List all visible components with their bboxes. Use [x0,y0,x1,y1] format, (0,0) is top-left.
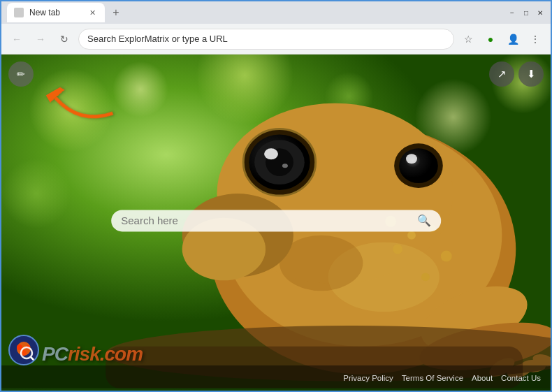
svg-point-32 [407,231,416,240]
search-input[interactable] [121,215,412,226]
search-icon: 🔍 [417,215,431,226]
contact-us-link[interactable]: Contact Us [501,374,541,382]
browser-window: New tab ✕ + − □ ✕ ← → ↻ ☆ ● 👤 ⋮ [0,0,552,392]
svg-point-33 [393,245,402,254]
bookmark-icon[interactable]: ☆ [458,29,478,49]
url-input[interactable] [87,34,445,44]
svg-point-17 [264,148,278,159]
address-bar: ← → ↻ ☆ ● 👤 ⋮ [1,24,551,55]
window-controls: − □ ✕ [507,8,545,17]
title-bar: New tab ✕ + − □ ✕ [1,1,551,24]
share-button[interactable]: ↗ [489,61,514,87]
search-submit-button[interactable]: 🔍 [417,214,431,227]
back-button[interactable]: ← [7,29,27,49]
pcrisk-text: PCrisk.com [42,343,143,365]
footer: Privacy Policy Terms Of Service About Co… [1,365,551,391]
profile-icon[interactable]: 👤 [503,29,523,49]
new-tab-button[interactable]: + [108,4,124,21]
customize-button[interactable]: ✏ [8,61,34,87]
top-right-buttons: ↗ ⬇ [489,61,544,87]
url-bar[interactable] [78,29,454,50]
about-link[interactable]: About [472,374,493,382]
svg-point-18 [282,164,288,168]
pcrisk-logo: PCrisk.com [8,335,143,365]
terms-of-service-link[interactable]: Terms Of Service [402,374,463,382]
svg-line-46 [31,357,35,361]
forward-button[interactable]: → [31,29,50,49]
tab-label: New tab [29,8,60,17]
maximize-button[interactable]: □ [521,8,531,17]
close-window-button[interactable]: ✕ [535,8,545,17]
svg-point-22 [406,154,417,164]
svg-point-21 [399,148,438,183]
save-button[interactable]: ⬇ [518,61,544,87]
search-container: 🔍 [111,210,441,231]
minimize-button[interactable]: − [507,8,517,17]
search-bar[interactable]: 🔍 [111,210,441,231]
svg-point-7 [1,159,71,228]
browser-tab[interactable]: New tab ✕ [7,3,105,22]
pcrisk-bug-icon [8,335,39,365]
save-icon: ⬇ [527,68,536,80]
customize-icon: ✏ [17,68,25,80]
page-content: ✏ ↗ ⬇ [1,55,551,391]
refresh-button[interactable]: ↻ [55,29,74,49]
tab-close-btn[interactable]: ✕ [87,7,98,18]
extension-icon[interactable]: ● [481,29,500,49]
toolbar-icons: ☆ ● 👤 ⋮ [458,29,545,49]
svg-point-35 [441,251,452,262]
tab-favicon [14,8,24,17]
privacy-policy-link[interactable]: Privacy Policy [343,374,393,382]
svg-point-36 [421,273,430,281]
share-icon: ↗ [497,68,507,80]
menu-icon[interactable]: ⋮ [525,29,545,49]
